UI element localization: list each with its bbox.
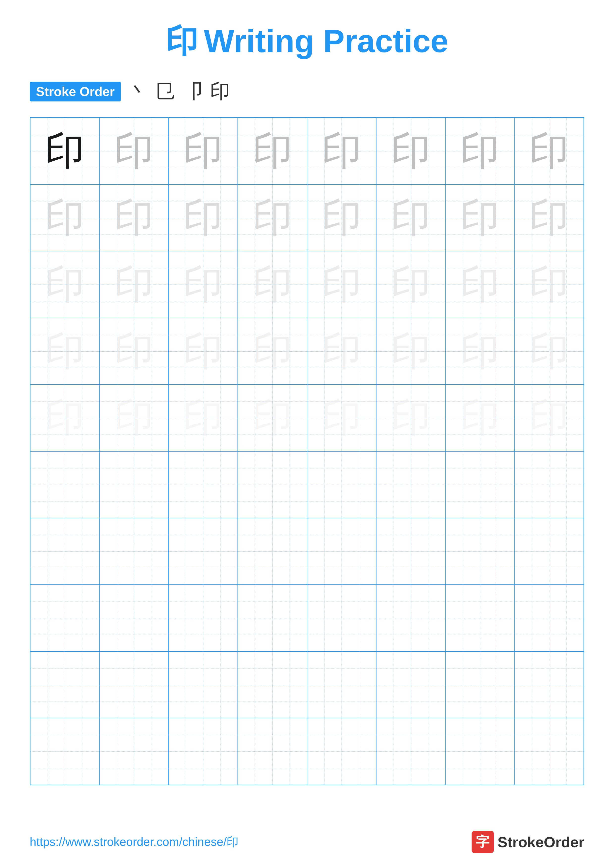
practice-char: 印 — [114, 132, 154, 171]
grid-cell-empty[interactable] — [376, 651, 445, 718]
grid-cell[interactable]: 印 — [99, 384, 168, 451]
grid-cell[interactable]: 印 — [445, 184, 515, 251]
grid-cell[interactable]: 印 — [445, 251, 515, 318]
grid-cell[interactable]: 印 — [169, 318, 238, 385]
grid-cell[interactable]: 印 — [376, 318, 445, 385]
grid-cell-empty[interactable] — [30, 718, 99, 785]
grid-cell[interactable]: 印 — [515, 251, 584, 318]
grid-cell[interactable]: 印 — [376, 251, 445, 318]
grid-cell[interactable]: 印 — [376, 184, 445, 251]
grid-cell-empty[interactable] — [515, 518, 584, 585]
grid-cell-empty[interactable] — [307, 518, 376, 585]
grid-cell[interactable]: 印 — [99, 318, 168, 385]
grid-cell-empty[interactable] — [238, 451, 307, 518]
grid-cell-empty[interactable] — [30, 518, 99, 585]
grid-cell-empty[interactable] — [238, 718, 307, 785]
grid-cell[interactable]: 印 — [515, 184, 584, 251]
grid-cell-empty[interactable] — [99, 718, 168, 785]
grid-cell[interactable]: 印 — [515, 318, 584, 385]
grid-cell[interactable]: 印 — [307, 251, 376, 318]
grid-cell-empty[interactable] — [376, 451, 445, 518]
footer-logo-icon: 字 — [472, 831, 494, 853]
grid-cell-empty[interactable] — [238, 651, 307, 718]
grid-cell[interactable]: 印 — [238, 318, 307, 385]
practice-char: 印 — [529, 265, 569, 304]
grid-cell[interactable]: 印 — [30, 384, 99, 451]
grid-cell-empty[interactable] — [99, 518, 168, 585]
grid-cell-empty[interactable] — [30, 585, 99, 651]
grid-cell[interactable]: 印 — [30, 184, 99, 251]
grid-cell[interactable]: 印 — [30, 118, 99, 184]
practice-char: 印 — [183, 332, 223, 371]
grid-cell-empty[interactable] — [376, 518, 445, 585]
grid-cell-empty[interactable] — [307, 451, 376, 518]
grid-cell-empty[interactable] — [376, 718, 445, 785]
grid-cell-empty[interactable] — [307, 585, 376, 651]
grid-cell[interactable]: 印 — [238, 184, 307, 251]
grid-cell[interactable]: 印 — [30, 318, 99, 385]
grid-cell-empty[interactable] — [238, 585, 307, 651]
grid-cell[interactable]: 印 — [307, 118, 376, 184]
grid-cell-empty[interactable] — [30, 651, 99, 718]
grid-cell[interactable]: 印 — [238, 384, 307, 451]
grid-cell[interactable]: 印 — [445, 318, 515, 385]
grid-cell-empty[interactable] — [30, 451, 99, 518]
grid-cell-empty[interactable] — [169, 718, 238, 785]
grid-cell[interactable]: 印 — [99, 251, 168, 318]
grid-cell-empty[interactable] — [169, 585, 238, 651]
grid-cell[interactable]: 印 — [169, 384, 238, 451]
stroke-order-area: Stroke Order 丶 㔾 卩 印 — [30, 78, 584, 105]
grid-cell-empty[interactable] — [99, 585, 168, 651]
grid-cell-empty[interactable] — [307, 651, 376, 718]
practice-grid[interactable]: 印 印 印 印 印 印 印 印 — [30, 117, 584, 785]
grid-cell-empty[interactable] — [307, 718, 376, 785]
grid-cell[interactable]: 印 — [307, 384, 376, 451]
grid-cell[interactable]: 印 — [30, 251, 99, 318]
practice-char: 印 — [391, 198, 431, 237]
grid-cell-empty[interactable] — [515, 585, 584, 651]
grid-cell[interactable]: 印 — [445, 384, 515, 451]
grid-cell-empty[interactable] — [169, 451, 238, 518]
grid-cell[interactable]: 印 — [169, 118, 238, 184]
grid-cell-empty[interactable] — [515, 451, 584, 518]
practice-char: 印 — [253, 198, 292, 237]
grid-cell[interactable]: 印 — [307, 318, 376, 385]
grid-cell[interactable]: 印 — [99, 118, 168, 184]
grid-cell[interactable]: 印 — [169, 251, 238, 318]
grid-cell[interactable]: 印 — [376, 384, 445, 451]
grid-cell-empty[interactable] — [169, 518, 238, 585]
practice-char: 印 — [253, 398, 292, 438]
grid-cell[interactable]: 印 — [238, 118, 307, 184]
grid-cell[interactable]: 印 — [238, 251, 307, 318]
grid-cell[interactable]: 印 — [307, 184, 376, 251]
grid-cell[interactable]: 印 — [376, 118, 445, 184]
grid-cell[interactable]: 印 — [515, 118, 584, 184]
practice-char: 印 — [45, 332, 85, 371]
grid-cell-empty[interactable] — [515, 718, 584, 785]
grid-cell-empty[interactable] — [445, 451, 515, 518]
practice-char: 印 — [183, 398, 223, 438]
practice-char: 印 — [322, 265, 361, 304]
practice-char: 印 — [460, 198, 500, 237]
grid-cell[interactable]: 印 — [99, 184, 168, 251]
practice-char: 印 — [114, 198, 154, 237]
grid-cell[interactable]: 印 — [445, 118, 515, 184]
grid-cell[interactable]: 印 — [169, 184, 238, 251]
grid-cell-empty[interactable] — [169, 651, 238, 718]
grid-cell[interactable]: 印 — [515, 384, 584, 451]
grid-cell-empty[interactable] — [445, 518, 515, 585]
practice-char: 印 — [45, 132, 85, 171]
grid-cell-empty[interactable] — [238, 518, 307, 585]
grid-cell-empty[interactable] — [515, 651, 584, 718]
practice-char: 印 — [253, 332, 292, 371]
practice-char: 印 — [45, 198, 85, 237]
grid-cell-empty[interactable] — [99, 451, 168, 518]
practice-char: 印 — [253, 132, 292, 171]
grid-cell-empty[interactable] — [445, 651, 515, 718]
practice-char: 印 — [529, 198, 569, 237]
practice-char: 印 — [529, 398, 569, 438]
grid-cell-empty[interactable] — [376, 585, 445, 651]
grid-cell-empty[interactable] — [445, 718, 515, 785]
grid-cell-empty[interactable] — [99, 651, 168, 718]
grid-cell-empty[interactable] — [445, 585, 515, 651]
